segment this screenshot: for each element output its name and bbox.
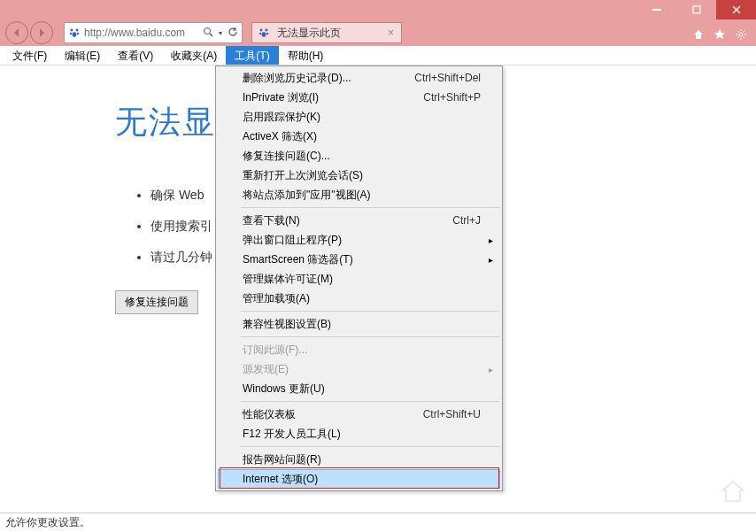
svg-point-12 [266, 29, 268, 32]
menu-separator [241, 311, 499, 312]
home-icon[interactable] [692, 28, 705, 43]
menu-report-site[interactable]: 报告网站问题(R) [218, 450, 500, 469]
svg-rect-1 [693, 6, 700, 13]
close-button[interactable] [716, 0, 756, 19]
svg-point-7 [77, 33, 79, 35]
menu-compat-view[interactable]: 兼容性视图设置(B) [218, 314, 500, 334]
address-bar[interactable]: ▾ [64, 22, 243, 43]
submenu-arrow-icon: ▸ [489, 255, 493, 265]
menu-smartscreen[interactable]: SmartScreen 筛选器(T)▸ [218, 250, 500, 269]
browser-tab[interactable]: 无法显示此页 × [251, 22, 402, 43]
menu-fix-connection[interactable]: 修复连接问题(C)... [218, 146, 500, 166]
maximize-button[interactable] [676, 0, 716, 19]
menu-reopen-last[interactable]: 重新打开上次浏览会话(S) [218, 166, 500, 185]
minimize-button[interactable] [636, 0, 676, 19]
svg-point-5 [76, 29, 79, 32]
menu-separator [241, 207, 499, 208]
menu-addons[interactable]: 管理加载项(A) [218, 289, 500, 308]
site-icon [68, 27, 81, 39]
menu-view[interactable]: 查看(V) [109, 46, 162, 65]
menu-delete-history[interactable]: 删除浏览历史记录(D)...Ctrl+Shift+Del [218, 68, 500, 88]
menu-media-license[interactable]: 管理媒体许可证(M) [218, 269, 500, 289]
dropdown-icon[interactable]: ▾ [219, 29, 222, 37]
menu-activex[interactable]: ActiveX 筛选(X) [218, 127, 500, 146]
svg-line-10 [210, 34, 212, 36]
submenu-arrow-icon: ▸ [489, 365, 493, 374]
tab-close-icon[interactable]: × [388, 27, 394, 39]
menu-file[interactable]: 文件(F) [4, 46, 56, 65]
menu-tracking-protection[interactable]: 启用跟踪保护(K) [218, 107, 500, 127]
status-text: 允许你更改设置。 [5, 515, 90, 530]
menu-favorites[interactable]: 收藏夹(A) [162, 46, 226, 65]
menu-separator [241, 336, 499, 337]
settings-icon[interactable] [735, 28, 747, 43]
menu-subscribe-feed: 订阅此源(F)... [218, 340, 500, 359]
url-input[interactable] [84, 24, 199, 42]
svg-point-8 [73, 32, 77, 37]
back-button[interactable] [5, 21, 28, 44]
menu-windows-update[interactable]: Windows 更新(U) [218, 379, 500, 398]
search-icon[interactable] [203, 27, 213, 40]
svg-point-11 [260, 29, 263, 32]
menu-add-to-apps[interactable]: 将站点添加到"应用"视图(A) [218, 185, 500, 204]
tab-title: 无法显示此页 [277, 26, 382, 41]
submenu-arrow-icon: ▸ [489, 235, 493, 245]
svg-point-9 [204, 27, 211, 34]
favorites-icon[interactable] [714, 28, 726, 43]
menu-help[interactable]: 帮助(H) [279, 46, 333, 65]
window-controls [636, 0, 756, 19]
nav-row: ▾ 无法显示此页 × [0, 19, 756, 46]
svg-point-13 [259, 33, 261, 35]
menu-downloads[interactable]: 查看下载(N)Ctrl+J [218, 211, 500, 230]
svg-point-16 [739, 33, 743, 36]
svg-point-6 [70, 33, 72, 35]
tab-icon [258, 27, 270, 39]
menu-separator [241, 401, 499, 402]
titlebar: ▾ 无法显示此页 × [0, 0, 756, 46]
menu-f12-tools[interactable]: F12 开发人员工具(L) [218, 424, 500, 443]
menu-edit[interactable]: 编辑(E) [56, 46, 109, 65]
svg-point-15 [262, 32, 266, 37]
menu-separator [241, 446, 499, 447]
refresh-icon[interactable] [228, 27, 238, 40]
menubar: 文件(F) 编辑(E) 查看(V) 收藏夹(A) 工具(T) 帮助(H) [0, 46, 756, 66]
menu-popup-blocker[interactable]: 弹出窗口阻止程序(P)▸ [218, 230, 500, 250]
svg-point-14 [266, 33, 268, 35]
tools-dropdown: 删除浏览历史记录(D)...Ctrl+Shift+Del InPrivate 浏… [215, 66, 503, 491]
svg-rect-0 [652, 9, 661, 11]
menu-feed-discovery: 源发现(E)▸ [218, 359, 500, 379]
svg-point-4 [71, 29, 73, 32]
title-toolbar [692, 28, 747, 43]
fix-connection-button[interactable]: 修复连接问题 [115, 290, 198, 314]
statusbar: 允许你更改设置。 [0, 513, 756, 532]
menu-performance[interactable]: 性能仪表板Ctrl+Shift+U [218, 405, 500, 424]
menu-internet-options[interactable]: Internet 选项(O) [218, 469, 500, 489]
menu-tools[interactable]: 工具(T) [226, 46, 278, 65]
menu-inprivate[interactable]: InPrivate 浏览(I)Ctrl+Shift+P [218, 88, 500, 107]
forward-button[interactable] [30, 21, 53, 44]
